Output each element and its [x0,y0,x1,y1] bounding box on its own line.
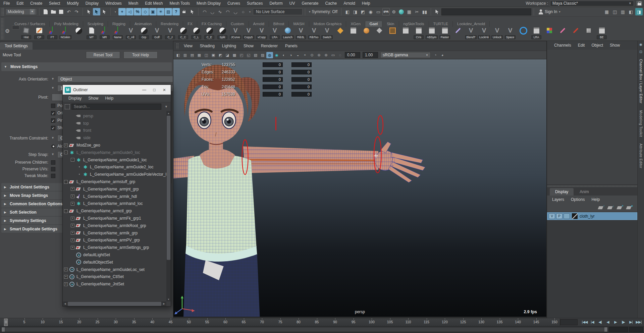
range-field[interactable] [629,327,643,332]
shelf-item[interactable]: MT [86,26,98,41]
open-render-view-icon[interactable]: ◧ [344,8,351,15]
snap-to-projected-center-icon[interactable]: ◇ [142,8,149,15]
viewport-toolbar-icon[interactable]: ▥ [182,52,189,58]
range-slider-track[interactable] [1,327,608,332]
step-back-frame-button[interactable]: |◀ [589,319,596,326]
layer-editor-tab[interactable]: Anim [574,188,594,196]
perspective-viewport[interactable]: ViewShadingLightingShowRendererPanels ◧▥… [173,41,547,318]
shelf-item[interactable] [452,26,464,41]
shelf-item[interactable]: NGskin [59,26,71,41]
outliner-row[interactable]: top [63,120,171,127]
outliner-row[interactable]: + L_GeneriqueName_armPV_grp [63,237,171,244]
expander-icon[interactable]: + [71,195,74,198]
go-to-end-button[interactable]: ▶▶| [635,319,642,326]
outliner-row[interactable]: + L_GeneriqueName_armjnt_grp [63,185,171,193]
chevron-down-icon[interactable]: ▾ [248,8,252,15]
tweak-mode-checkbox[interactable] [51,174,55,178]
shelf-item[interactable] [72,26,85,41]
outliner-row[interactable]: - L_GeneriqueName_armctl_grp [63,207,171,215]
snap-to-curves-icon[interactable]: ◁ [126,8,133,15]
viewport-toolbar-icon[interactable]: ▣ [210,52,217,58]
toolbar-grip[interactable] [1,8,4,16]
layer-editor-menu-item[interactable]: Layers [549,197,567,202]
outliner-row[interactable]: + ModZoe_geo [63,142,171,149]
shelf-item[interactable] [334,26,346,41]
expander-icon[interactable]: + [71,187,74,191]
shelf-item[interactable]: V JCurve [229,26,241,41]
snap-help-icon[interactable]: ? [172,8,180,15]
viewport-toolbar-icon[interactable]: ◱ [245,52,252,58]
expander-icon[interactable]: + [64,268,68,271]
outliner-row[interactable]: + L_GeneriqueName_armik_hdl [63,193,171,200]
menu-item[interactable]: Cache [322,0,340,7]
shelf-item[interactable]: MR [99,26,111,41]
play-backwards-button[interactable]: ◀ [604,319,611,326]
viewport-toolbar-icon[interactable]: ◪ [224,52,231,58]
step-forward-frame-button[interactable]: ▶| [628,319,634,326]
open-last-render-icon[interactable]: ◨ [352,8,359,15]
menu-item[interactable]: Mesh Tools [166,0,193,7]
chevron-down-icon[interactable]: ▼ [50,86,55,91]
viewport-toolbar-icon[interactable]: ◓ [302,52,308,58]
shelf-item[interactable] [583,26,595,41]
checkbox[interactable]: ✓ [51,111,55,115]
shelf-grip[interactable] [1,18,4,40]
tab-tool-settings[interactable]: Tool Settings [0,42,33,50]
shelf-item[interactable]: V C_All [125,26,137,41]
shelf-item[interactable]: V C_J [164,26,176,41]
sidebar-vertical-tab[interactable]: Attribute Editor [639,140,643,172]
outliner-menu-item[interactable]: Show [85,96,101,101]
hypershade-persp-layout-icon[interactable]: ◧ [627,8,635,15]
outliner-menu-item[interactable]: Display [65,96,85,101]
outliner-row[interactable]: • ✱ L_GeneriqueName_armGuide2_loc [63,164,171,171]
shelf-item[interactable]: V Rib3L [295,26,307,41]
field-entry-mode-icon[interactable] [433,8,441,15]
chevron-down-icon[interactable]: ▼ [50,76,55,81]
make-live-icon[interactable]: ✳ [157,8,164,15]
viewport-toolbar-icon[interactable]: ◧ [175,52,181,58]
shelf-item[interactable]: V Space [504,26,516,41]
single-pane-layout-icon[interactable]: ▦ [603,8,610,15]
viewport-toolbar-icon[interactable]: ◩ [217,52,224,58]
workspace-selector[interactable]: Maya Classic* ▼ [550,1,634,6]
vertical-scrollbar[interactable]: ▲ ▼ [166,111,171,301]
shelf-item[interactable]: Paster [439,26,451,41]
menu-item[interactable]: Deform [266,0,286,7]
snap-to-view-planes-icon[interactable]: ▣ [149,8,157,15]
shelf-item[interactable] [556,26,569,41]
move-layer-up-icon[interactable]: ↑ [598,205,604,210]
menu-set-selector[interactable]: Modeling ▼ [5,8,37,15]
viewport-toolbar-icon[interactable]: ◫ [203,52,210,58]
menu-item[interactable]: Curves [224,0,244,7]
outliner-window[interactable]: M Outliner — □ × DisplayShowHelp ▼ persp… [62,85,171,307]
snap-to-grids-icon[interactable]: + [118,8,126,15]
channel-box-body[interactable] [547,50,637,184]
expander-icon[interactable]: - [71,158,74,162]
outliner-row[interactable]: + L_GeneriqueName_JntSet [63,280,171,288]
live-surface-icon[interactable]: ○ [239,8,247,15]
layer-color-swatch[interactable] [572,213,578,219]
new-layer-from-selected-icon[interactable]: ● [627,205,633,210]
viewport-menu-item[interactable]: Show [240,44,257,48]
minimize-icon[interactable]: — [140,86,149,94]
layer-editor-menu-item[interactable]: Help [588,197,603,202]
menu-item[interactable]: Arnold [340,0,359,7]
preserve-children-checkbox[interactable] [51,160,55,165]
viewport-menu-item[interactable]: Renderer [257,44,281,48]
menu-item[interactable]: Select [46,0,63,7]
shelf-item[interactable]: Split [216,26,228,41]
time-slider[interactable]: 0510152025303540455055606570758085909510… [0,318,644,326]
highlight-selection-icon[interactable] [189,8,196,15]
viewport-toolbar-icon[interactable]: ⊙ [309,52,315,58]
sidebar-vertical-tab[interactable]: Channel Box / Layer Editor [639,56,643,107]
expander-icon[interactable]: + [71,224,74,227]
viewport-canvas[interactable]: Verts: 123755 0 0 Edges: 246333 0 0 Face… [173,59,546,318]
shelf-item[interactable]: V vCopy [256,26,268,41]
viewport-menu-item[interactable]: Lighting [218,44,240,48]
layer-editor-tab[interactable]: Display [550,188,574,196]
range-field[interactable] [609,327,628,332]
expander-icon[interactable]: + [71,231,74,235]
layer-playback-toggle[interactable]: P [556,213,562,219]
layer-editor-grip[interactable] [547,184,637,187]
checkbox[interactable]: ✓ [51,126,55,130]
